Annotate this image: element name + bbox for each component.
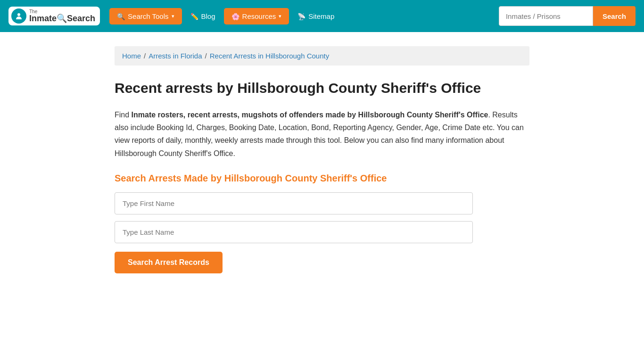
search-arrest-records-button[interactable]: Search Arrest Records — [115, 252, 223, 273]
resources-label: Resources — [242, 12, 276, 20]
last-name-input[interactable] — [115, 221, 473, 243]
desc-bold: Inmate rosters, recent arrests, mugshots… — [132, 111, 488, 119]
breadcrumb-arrests-florida[interactable]: Arrests in Florida — [149, 52, 202, 60]
search-tools-button[interactable]: Search Tools ▾ — [109, 8, 182, 25]
header-search-bar: Search — [499, 6, 636, 26]
sitemap-button[interactable]: Sitemap — [293, 8, 339, 25]
blog-button[interactable]: Blog — [186, 8, 220, 25]
main-navigation: The Inmate🔍Search Search Tools ▾ Blog Re… — [0, 0, 644, 32]
logo[interactable]: The Inmate🔍Search — [8, 7, 100, 25]
logo-text: The Inmate🔍Search — [29, 9, 95, 24]
search-section-title: Search Arrests Made by Hillsborough Coun… — [115, 173, 529, 184]
main-content: Home / Arrests in Florida / Recent Arres… — [105, 46, 539, 273]
sitemap-label: Sitemap — [308, 12, 334, 20]
resources-button[interactable]: Resources ▾ — [224, 8, 289, 25]
logo-icon — [11, 8, 26, 24]
blog-icon — [190, 12, 198, 20]
header-search-input[interactable] — [499, 6, 593, 26]
page-description: Find Inmate rosters, recent arrests, mug… — [115, 108, 529, 160]
sitemap-icon — [297, 12, 305, 20]
header-search-button[interactable]: Search — [593, 6, 636, 26]
resources-icon — [231, 12, 239, 20]
first-name-input[interactable] — [115, 192, 473, 214]
breadcrumb-current: Recent Arrests in Hillsborough County — [210, 52, 329, 60]
search-tools-icon — [117, 12, 125, 20]
search-tools-label: Search Tools — [128, 12, 168, 20]
resources-arrow: ▾ — [279, 13, 281, 19]
logo-inmate: Inmate🔍Search — [29, 14, 95, 24]
blog-label: Blog — [201, 12, 215, 20]
search-tools-arrow: ▾ — [172, 13, 174, 19]
page-title: Recent arrests by Hillsborough County Sh… — [115, 79, 529, 97]
breadcrumb-sep-1: / — [144, 52, 146, 60]
svg-point-1 — [17, 13, 20, 16]
breadcrumb-sep-2: / — [205, 52, 207, 60]
breadcrumb-home[interactable]: Home — [122, 52, 141, 60]
arrest-search-form: Search Arrest Records — [115, 192, 473, 273]
breadcrumb: Home / Arrests in Florida / Recent Arres… — [115, 46, 529, 66]
desc-part1: Find — [115, 111, 132, 119]
